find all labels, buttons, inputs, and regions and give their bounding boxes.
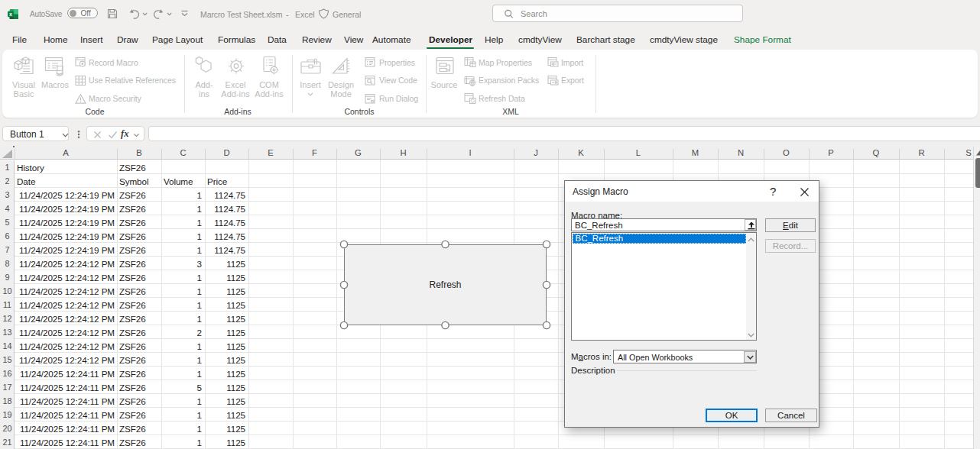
svg-text:x: x [9,11,12,17]
